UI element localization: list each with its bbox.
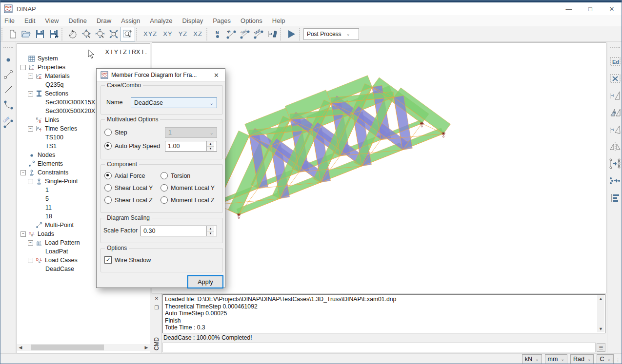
angle-unit-select[interactable]: Rad⌄ bbox=[570, 354, 594, 364]
log-output[interactable]: Loaded file: D:\DEV\Projects\DINAP\DINAP… bbox=[162, 294, 605, 333]
view-xyz-button[interactable]: XYZ bbox=[140, 30, 160, 38]
save-button[interactable] bbox=[33, 27, 47, 41]
moment-z-radio-row[interactable]: Moment Local Z bbox=[161, 196, 215, 204]
draw-line-tool[interactable] bbox=[3, 85, 13, 96]
scale-factor-field[interactable]: 0.30 ▲▼ bbox=[140, 226, 217, 236]
node-label-button[interactable]: N bbox=[211, 27, 224, 41]
menu-options[interactable]: Options bbox=[241, 17, 262, 24]
scroll-thumb[interactable] bbox=[31, 345, 104, 350]
moment-local-z-radio[interactable] bbox=[161, 196, 168, 204]
moment-y-radio-row[interactable]: Moment Local Y bbox=[161, 184, 215, 192]
align-tool[interactable] bbox=[609, 192, 621, 205]
merge-nodes-tool[interactable] bbox=[609, 175, 622, 188]
scroll-up-icon[interactable]: ▲ bbox=[598, 295, 604, 303]
tree-collapse-icon[interactable]: − bbox=[28, 74, 33, 79]
close-button[interactable]: ✕ bbox=[601, 2, 622, 15]
shear-local-z-radio[interactable] bbox=[104, 196, 112, 204]
zoom-extents-button[interactable] bbox=[107, 27, 120, 41]
save-all-button[interactable] bbox=[47, 27, 60, 41]
shear-z-radio-row[interactable]: Shear Local Z bbox=[104, 196, 153, 204]
scroll-down-icon[interactable]: ▼ bbox=[598, 326, 604, 333]
tree-collapse-icon[interactable]: − bbox=[28, 91, 33, 96]
command-menu-button[interactable]: ☰ bbox=[597, 343, 605, 352]
autoplay-radio-row[interactable]: Auto Play Speed bbox=[104, 142, 160, 150]
menu-pages[interactable]: Pages bbox=[213, 17, 231, 24]
torsion-radio-row[interactable]: Torsion bbox=[161, 172, 190, 179]
scroll-right-icon[interactable]: ▶ bbox=[143, 345, 150, 350]
draw-node-tool[interactable] bbox=[4, 56, 13, 66]
zoom-in-button[interactable] bbox=[93, 27, 107, 41]
draw-element-tool[interactable] bbox=[3, 70, 13, 81]
menu-define[interactable]: Define bbox=[68, 17, 87, 24]
apply-button[interactable]: Apply bbox=[187, 275, 223, 288]
command-input[interactable] bbox=[162, 343, 596, 352]
menu-display[interactable]: Display bbox=[182, 17, 203, 24]
draw-link-tool[interactable]: Link bbox=[3, 116, 14, 130]
tree-horizontal-scrollbar[interactable]: ◀ ▶ bbox=[17, 344, 150, 351]
zoom-window-button[interactable] bbox=[120, 27, 135, 41]
spin-down-icon[interactable]: ▼ bbox=[207, 231, 214, 236]
menu-draw[interactable]: Draw bbox=[97, 17, 111, 24]
open-file-button[interactable] bbox=[20, 27, 33, 41]
new-file-button[interactable] bbox=[6, 27, 20, 41]
axial-force-radio[interactable] bbox=[104, 172, 112, 179]
tree-collapse-icon[interactable]: − bbox=[28, 126, 33, 132]
step-radio[interactable] bbox=[104, 129, 112, 136]
mirror-tool[interactable] bbox=[609, 141, 622, 154]
redraw-button[interactable] bbox=[66, 27, 80, 41]
log-scrollbar[interactable]: ▲ ▼ bbox=[597, 295, 604, 332]
menu-analyze[interactable]: Analyze bbox=[150, 17, 172, 24]
length-unit-select[interactable]: mm⌄ bbox=[545, 354, 567, 364]
menu-help[interactable]: Help bbox=[272, 17, 285, 24]
delete-selection-tool[interactable] bbox=[609, 73, 621, 86]
load-display-button[interactable] bbox=[265, 27, 279, 41]
tree-collapse-icon[interactable]: − bbox=[20, 231, 26, 237]
shear-local-y-radio[interactable] bbox=[104, 184, 112, 192]
autoplay-radio[interactable] bbox=[104, 142, 112, 150]
step-radio-row[interactable]: Step bbox=[104, 129, 127, 136]
tree-collapse-icon[interactable]: − bbox=[28, 258, 33, 263]
tree-item-system[interactable]: System bbox=[17, 54, 150, 63]
view-xz-button[interactable]: XZ bbox=[190, 30, 205, 38]
spin-down-icon[interactable]: ▼ bbox=[207, 147, 214, 152]
spinner[interactable]: ▲▼ bbox=[206, 141, 214, 151]
edit-selection-tool[interactable]: Ed bbox=[609, 56, 621, 69]
menu-file[interactable]: File bbox=[4, 17, 15, 24]
dialog-title-bar[interactable]: DNP Member Force Diagram for Fra... ✕ bbox=[97, 69, 225, 82]
menu-view[interactable]: View bbox=[45, 17, 59, 24]
tree-collapse-icon[interactable]: − bbox=[20, 65, 26, 70]
tree-collapse-icon[interactable]: − bbox=[28, 179, 33, 184]
dialog-close-icon[interactable]: ✕ bbox=[212, 72, 221, 79]
tree-collapse-icon[interactable]: − bbox=[28, 240, 33, 246]
view-yz-button[interactable]: YZ bbox=[176, 30, 191, 38]
axial-force-radio-row[interactable]: Axial Force bbox=[104, 172, 145, 179]
float-panel-icon[interactable]: ❐ bbox=[155, 305, 159, 310]
moment-local-y-radio[interactable] bbox=[161, 184, 168, 192]
shear-y-radio-row[interactable]: Shear Local Y bbox=[104, 184, 153, 192]
force-unit-select[interactable]: kN⌄ bbox=[522, 354, 542, 364]
material-label-button[interactable]: Mat bbox=[252, 27, 265, 41]
paste-element-tool[interactable] bbox=[609, 124, 622, 137]
cmd-tab[interactable]: CMD bbox=[153, 337, 160, 350]
mode-select[interactable]: Post Process ⌄ bbox=[303, 28, 359, 40]
spin-up-icon[interactable]: ▲ bbox=[207, 141, 214, 147]
close-panel-icon[interactable]: ✕ bbox=[155, 296, 159, 301]
spinner[interactable]: ▲▼ bbox=[206, 226, 214, 236]
torsion-radio[interactable] bbox=[161, 172, 168, 179]
resize-grip[interactable]: ⋮⋮ bbox=[611, 358, 621, 363]
copy-element-tool[interactable] bbox=[609, 107, 622, 120]
divide-element-tool[interactable] bbox=[609, 158, 622, 171]
run-analysis-button[interactable] bbox=[284, 27, 298, 41]
wire-shadow-checkbox[interactable]: ✓ bbox=[104, 256, 112, 264]
view-xy-button[interactable]: XY bbox=[160, 30, 175, 38]
wire-shadow-row[interactable]: ✓ Wire Shadow bbox=[104, 256, 151, 264]
zoom-out-button[interactable] bbox=[80, 27, 93, 41]
autoplay-speed-field[interactable]: 1.00 ▲▼ bbox=[165, 141, 217, 152]
section-label-button[interactable]: Sec bbox=[238, 27, 252, 41]
minimize-button[interactable]: — bbox=[558, 2, 580, 15]
maximize-button[interactable]: □ bbox=[580, 2, 601, 15]
draw-curve-tool[interactable] bbox=[3, 100, 13, 112]
menu-assign[interactable]: Assign bbox=[121, 17, 140, 24]
spin-up-icon[interactable]: ▲ bbox=[207, 226, 214, 231]
tree-collapse-icon[interactable]: − bbox=[20, 170, 26, 175]
